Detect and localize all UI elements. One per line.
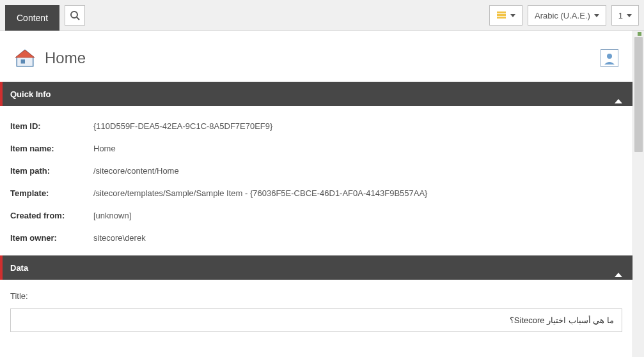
value-item-owner: sitecore\derek bbox=[93, 233, 146, 243]
toolbar-right-group: Arabic (U.A.E.) 1 bbox=[489, 5, 639, 26]
item-header: Home bbox=[0, 31, 632, 82]
search-icon bbox=[70, 10, 80, 20]
quick-info-body: Item ID: {110D559F-DEA5-42EA-9C1C-8A5DF7… bbox=[0, 106, 632, 255]
home-icon bbox=[14, 47, 36, 69]
value-item-name: Home bbox=[93, 144, 116, 153]
row-template: Template: /sitecore/templates/Sample/Sam… bbox=[10, 182, 622, 204]
value-item-path: /sitecore/content/Home bbox=[93, 166, 179, 176]
row-item-path: Item path: /sitecore/content/Home bbox=[10, 160, 622, 182]
chevron-up-icon bbox=[615, 263, 622, 273]
value-created-from: [unknown] bbox=[93, 211, 131, 220]
language-selector[interactable]: Arabic (U.A.E.) bbox=[528, 5, 606, 26]
data-body: Title: bbox=[0, 280, 632, 347]
row-created-from: Created from: [unknown] bbox=[10, 204, 622, 227]
svg-rect-7 bbox=[21, 59, 25, 63]
label-item-owner: Item owner: bbox=[10, 233, 93, 243]
label-created-from: Created from: bbox=[10, 211, 93, 220]
validation-marker-icon bbox=[638, 32, 641, 36]
section-data-header[interactable]: Data bbox=[0, 255, 632, 280]
validation-button[interactable] bbox=[489, 5, 522, 26]
svg-rect-2 bbox=[497, 11, 506, 13]
value-item-id: {110D559F-DEA5-42EA-9C1C-8A5DF7E70EF9} bbox=[93, 121, 272, 131]
svg-point-8 bbox=[607, 54, 612, 59]
section-quick-info-header[interactable]: Quick Info bbox=[0, 82, 632, 106]
row-item-owner: Item owner: sitecore\derek bbox=[10, 227, 622, 249]
page-title: Home bbox=[45, 49, 86, 67]
chevron-down-icon bbox=[510, 14, 515, 17]
chevron-up-icon bbox=[615, 89, 622, 99]
section-title: Quick Info bbox=[10, 89, 51, 99]
search-button[interactable] bbox=[65, 5, 85, 26]
field-label-title: Title: bbox=[10, 291, 622, 301]
svg-marker-6 bbox=[15, 50, 35, 57]
label-item-name: Item name: bbox=[10, 144, 93, 153]
item-avatar[interactable] bbox=[601, 49, 618, 67]
label-item-id: Item ID: bbox=[10, 121, 93, 131]
version-label: 1 bbox=[618, 11, 623, 20]
svg-point-0 bbox=[71, 11, 77, 18]
scrollbar[interactable] bbox=[632, 31, 644, 357]
tab-content[interactable]: Content bbox=[5, 5, 59, 31]
svg-rect-4 bbox=[497, 17, 506, 19]
version-selector[interactable]: 1 bbox=[611, 5, 639, 26]
validation-icon bbox=[496, 10, 507, 20]
top-toolbar: Content Arabic (U.A.E.) 1 bbox=[0, 0, 644, 31]
label-item-path: Item path: bbox=[10, 166, 93, 176]
content-viewport: Home Quick Info Item ID: {110D559F-DEA5-… bbox=[0, 31, 632, 357]
chevron-down-icon bbox=[594, 14, 599, 17]
title-field[interactable] bbox=[10, 308, 622, 332]
scrollbar-thumb[interactable] bbox=[634, 37, 643, 152]
row-item-name: Item name: Home bbox=[10, 137, 622, 160]
language-label: Arabic (U.A.E.) bbox=[535, 11, 590, 20]
chevron-down-icon bbox=[627, 14, 632, 17]
row-item-id: Item ID: {110D559F-DEA5-42EA-9C1C-8A5DF7… bbox=[10, 115, 622, 137]
svg-rect-3 bbox=[497, 14, 506, 16]
section-title: Data bbox=[10, 263, 28, 273]
label-template: Template: bbox=[10, 188, 93, 198]
svg-line-1 bbox=[77, 17, 79, 20]
value-template: /sitecore/templates/Sample/Sample Item -… bbox=[93, 188, 427, 198]
person-icon bbox=[603, 52, 616, 65]
